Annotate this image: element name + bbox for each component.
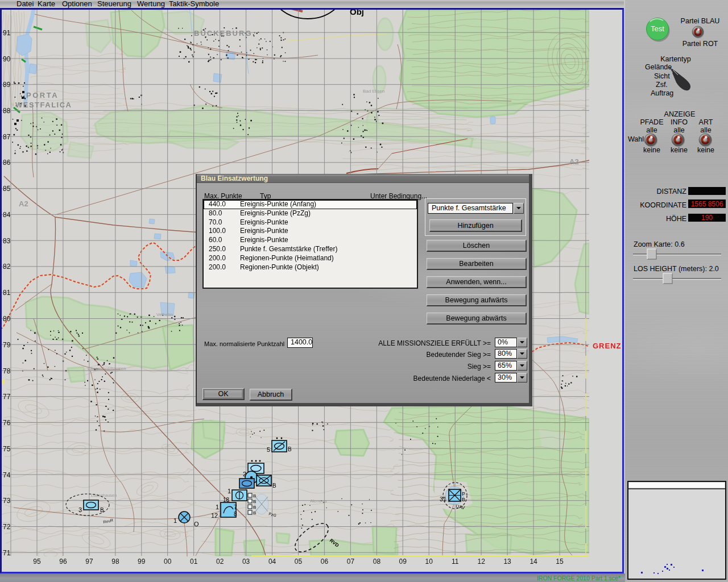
svg-text:ReuR: ReuR xyxy=(103,518,114,524)
svg-text:Wahl: Wahl xyxy=(628,135,644,143)
svg-text:INFO: INFO xyxy=(671,118,688,126)
svg-text:KOORDINATE: KOORDINATE xyxy=(640,201,686,209)
svg-text:keine: keine xyxy=(671,146,688,154)
svg-text:alle: alle xyxy=(646,126,657,134)
svg-text:ANZEIGE: ANZEIGE xyxy=(664,110,696,118)
svg-text:Test: Test xyxy=(651,24,664,33)
svg-text:B: B xyxy=(253,510,256,516)
svg-text:Partei ROT: Partei ROT xyxy=(682,40,718,48)
svg-text:8: 8 xyxy=(234,511,237,517)
svg-text:Zsf.: Zsf. xyxy=(656,81,668,89)
svg-text:DISTANZ: DISTANZ xyxy=(656,188,686,196)
svg-text:PzG: PzG xyxy=(268,512,277,517)
svg-text:B: B xyxy=(272,483,276,489)
svg-text:1565 8506: 1565 8506 xyxy=(691,200,723,208)
svg-text:O: O xyxy=(194,521,199,527)
svg-text:B: B xyxy=(462,497,465,502)
svg-text:18: 18 xyxy=(223,497,230,503)
svg-text:ART: ART xyxy=(699,118,713,126)
svg-text:B: B xyxy=(253,505,256,510)
svg-text:keine: keine xyxy=(643,146,660,154)
svg-text:190: 190 xyxy=(701,214,713,222)
svg-text:LOS HEIGHT (meters): 2.0: LOS HEIGHT (meters): 2.0 xyxy=(634,265,719,273)
svg-text:12: 12 xyxy=(211,512,218,519)
svg-text:alle: alle xyxy=(673,126,685,134)
svg-text:Partei BLAU: Partei BLAU xyxy=(681,17,720,25)
svg-text:3: 3 xyxy=(78,506,82,513)
svg-text:Kartentyp: Kartentyp xyxy=(660,55,691,63)
svg-text:P: P xyxy=(462,491,465,497)
svg-text:PFADE: PFADE xyxy=(640,118,664,126)
svg-text:HÖHE: HÖHE xyxy=(666,215,686,223)
svg-text:alle: alle xyxy=(700,126,712,134)
svg-text:keine: keine xyxy=(697,146,714,154)
svg-text:UAV: UAV xyxy=(456,504,466,510)
svg-text:B: B xyxy=(100,507,104,513)
svg-text:Gelände: Gelände xyxy=(645,63,672,71)
svg-text:Sicht: Sicht xyxy=(654,72,670,80)
svg-text:B: B xyxy=(253,499,256,504)
svg-text:1: 1 xyxy=(216,504,219,510)
svg-text:B: B xyxy=(288,446,292,452)
svg-text:Zoom Karte: 0.6: Zoom Karte: 0.6 xyxy=(634,240,685,248)
svg-text:B: B xyxy=(253,493,256,498)
svg-text:31: 31 xyxy=(440,496,446,502)
svg-text:1: 1 xyxy=(173,517,177,524)
svg-text:5: 5 xyxy=(267,446,270,453)
svg-text:Auftrag: Auftrag xyxy=(651,89,673,97)
svg-text:1: 1 xyxy=(228,488,231,494)
svg-text:7: 7 xyxy=(234,504,237,510)
